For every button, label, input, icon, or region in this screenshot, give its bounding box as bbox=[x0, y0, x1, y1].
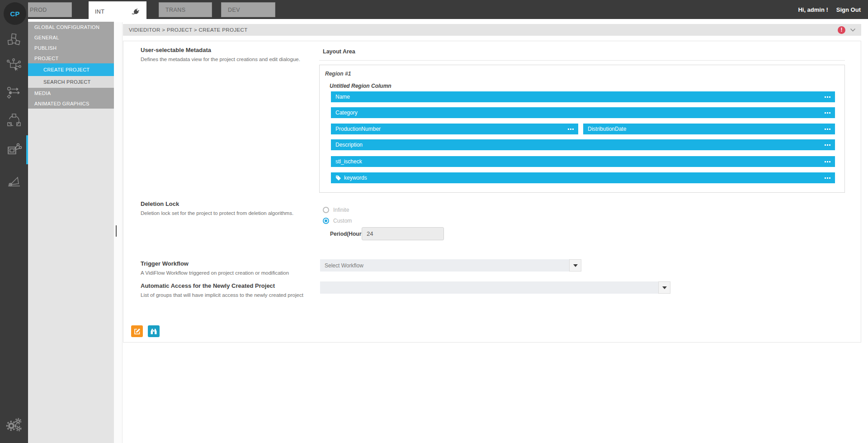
metadata-field-category[interactable]: Category bbox=[331, 107, 835, 118]
sidebar-nav: GLOBAL CONFIGURATION GENERAL PUBLISH PRO… bbox=[28, 22, 114, 109]
tab-label: TRANS bbox=[165, 7, 185, 13]
sidebar-item-publish[interactable]: PUBLISH bbox=[28, 43, 114, 53]
radio-infinite-circle[interactable] bbox=[323, 207, 329, 213]
field-label: DistributionDate bbox=[588, 126, 626, 132]
sidebar-item-label: GLOBAL CONFIGURATION bbox=[34, 24, 99, 30]
content-divider bbox=[122, 19, 123, 443]
dropdown-arrow-icon[interactable] bbox=[569, 259, 581, 272]
tag-icon bbox=[335, 175, 341, 181]
trigger-workflow-title: Trigger Workflow bbox=[141, 260, 189, 267]
workflow-select-value: Select Workflow bbox=[320, 262, 363, 269]
sidebar-item-label: ANIMATED GRAPHICS bbox=[34, 101, 90, 106]
logo-text: CP bbox=[10, 10, 20, 18]
sidebar-item-label: GENERAL bbox=[34, 35, 59, 40]
layout-area-label: Layout Area bbox=[323, 48, 355, 55]
sidebar-item-label: PROJECT bbox=[34, 56, 58, 61]
dropdown-arrow-icon[interactable] bbox=[658, 281, 670, 294]
period-hours-input[interactable] bbox=[362, 227, 444, 240]
metadata-field-stl-ischeck[interactable]: stl_ischeck bbox=[331, 156, 835, 167]
sign-out-link[interactable]: Sign Out bbox=[836, 6, 861, 13]
metadata-section-title: User-selectable Metadata bbox=[141, 47, 211, 53]
settings-gears-icon[interactable] bbox=[0, 412, 28, 438]
radio-infinite-label: Infinite bbox=[333, 207, 349, 213]
tab-int[interactable]: INT bbox=[89, 1, 146, 22]
ellipsis-menu-icon[interactable] bbox=[825, 129, 830, 130]
motion-graphics-icon[interactable] bbox=[0, 168, 28, 194]
splitter-handle[interactable] bbox=[116, 225, 117, 237]
edit-icon bbox=[134, 328, 141, 335]
sidebar-item-animated-graphics[interactable]: ANIMATED GRAPHICS bbox=[28, 98, 114, 109]
sidebar-item-media[interactable]: MEDIA bbox=[28, 88, 114, 98]
region-column-title: Untitled Region Column bbox=[330, 83, 392, 89]
workflow-select[interactable]: Select Workflow bbox=[320, 259, 581, 272]
sidebar-item-create-project[interactable]: CREATE PROJECT bbox=[28, 63, 114, 76]
radio-custom-circle[interactable] bbox=[323, 218, 329, 224]
field-label: stl_ischeck bbox=[335, 158, 362, 165]
tab-trans[interactable]: TRANS bbox=[159, 2, 212, 17]
ellipsis-menu-icon[interactable] bbox=[825, 144, 830, 146]
tab-label: INT bbox=[95, 9, 104, 15]
tab-label: DEV bbox=[228, 7, 240, 13]
ellipsis-menu-icon[interactable] bbox=[825, 161, 830, 162]
auto-access-title: Automatic Access for the Newly Created P… bbox=[141, 282, 275, 289]
period-hours-label: Period(Hours) bbox=[330, 231, 366, 237]
tab-label: PROD bbox=[30, 7, 47, 13]
metadata-section-description: Defines the metadata view for the projec… bbox=[141, 57, 300, 62]
ellipsis-menu-icon[interactable] bbox=[825, 96, 830, 98]
auto-access-description: List of groups that will have implicit a… bbox=[141, 292, 303, 298]
deletion-lock-title: Deletion Lock bbox=[141, 200, 179, 207]
config-portal-logo[interactable]: CP bbox=[4, 2, 26, 25]
sidebar-item-project[interactable]: PROJECT bbox=[28, 53, 114, 63]
region-title: Region #1 bbox=[325, 71, 351, 77]
metadata-field-name[interactable]: Name bbox=[331, 91, 835, 102]
preview-button[interactable] bbox=[148, 325, 160, 337]
error-badge-icon[interactable]: ! bbox=[838, 26, 845, 34]
auto-access-select[interactable] bbox=[320, 281, 670, 294]
sidebar-gutter bbox=[114, 19, 122, 443]
content-panel: User-selectable Metadata Defines the met… bbox=[123, 41, 861, 343]
video-editor-icon[interactable] bbox=[0, 137, 28, 162]
tab-dev[interactable]: DEV bbox=[221, 2, 275, 17]
field-label: keywords bbox=[344, 175, 367, 181]
breadcrumb: VIDIEDITOR > PROJECT > CREATE PROJECT bbox=[129, 27, 248, 33]
edit-button[interactable] bbox=[131, 325, 143, 337]
metadata-field-productionnumber[interactable]: ProductionNumber bbox=[331, 124, 578, 134]
ellipsis-menu-icon[interactable] bbox=[825, 112, 830, 114]
tab-prod[interactable]: PROD bbox=[23, 2, 72, 17]
user-greeting: Hi, admin ! bbox=[798, 6, 828, 13]
app-root: PROD INT TRANS DEV Hi, admin ! Sign Out bbox=[0, 0, 868, 443]
workflow-arrows-icon[interactable] bbox=[0, 80, 28, 105]
field-label: Name bbox=[335, 94, 350, 100]
layout-area-divider bbox=[319, 60, 845, 61]
building-blocks-icon[interactable] bbox=[0, 27, 28, 52]
sidebar-item-global-configuration[interactable]: GLOBAL CONFIGURATION bbox=[28, 22, 114, 32]
field-label: Category bbox=[335, 110, 358, 116]
sidebar-item-general[interactable]: GENERAL bbox=[28, 32, 114, 43]
ellipsis-menu-icon[interactable] bbox=[825, 177, 830, 179]
sidebar-item-label: PUBLISH bbox=[34, 45, 57, 51]
field-label: Description bbox=[335, 142, 363, 148]
sidebar-panel bbox=[28, 109, 114, 443]
metadata-field-description[interactable]: Description bbox=[331, 139, 835, 150]
cycle-icon[interactable] bbox=[0, 108, 28, 133]
sidebar-item-search-project[interactable]: SEARCH PROJECT bbox=[28, 76, 114, 88]
radio-custom-label: Custom bbox=[333, 218, 352, 224]
sidebar-item-label: CREATE PROJECT bbox=[43, 67, 90, 72]
trigger-workflow-description: A VidiFlow Workflow triggered on project… bbox=[141, 270, 289, 276]
user-area: Hi, admin ! Sign Out bbox=[798, 0, 861, 19]
sidebar-item-label: SEARCH PROJECT bbox=[43, 79, 90, 85]
breadcrumb-bar: VIDIEDITOR > PROJECT > CREATE PROJECT ! bbox=[123, 24, 861, 36]
plug-icon bbox=[132, 8, 140, 16]
field-label: ProductionNumber bbox=[335, 126, 381, 132]
metadata-field-distributiondate[interactable]: DistributionDate bbox=[583, 124, 835, 134]
module-rail: CP bbox=[0, 0, 28, 443]
layout-area: Region #1 Untitled Region Column Name Ca… bbox=[319, 65, 845, 193]
ellipsis-menu-icon[interactable] bbox=[568, 129, 574, 130]
sidebar-item-label: MEDIA bbox=[34, 91, 51, 96]
chevron-down-icon[interactable] bbox=[850, 28, 856, 32]
radio-custom[interactable]: Custom bbox=[323, 218, 352, 224]
network-interaction-icon[interactable] bbox=[0, 53, 28, 79]
metadata-field-keywords[interactable]: keywords bbox=[331, 172, 835, 183]
binoculars-icon bbox=[150, 328, 157, 335]
radio-infinite[interactable]: Infinite bbox=[323, 207, 349, 213]
